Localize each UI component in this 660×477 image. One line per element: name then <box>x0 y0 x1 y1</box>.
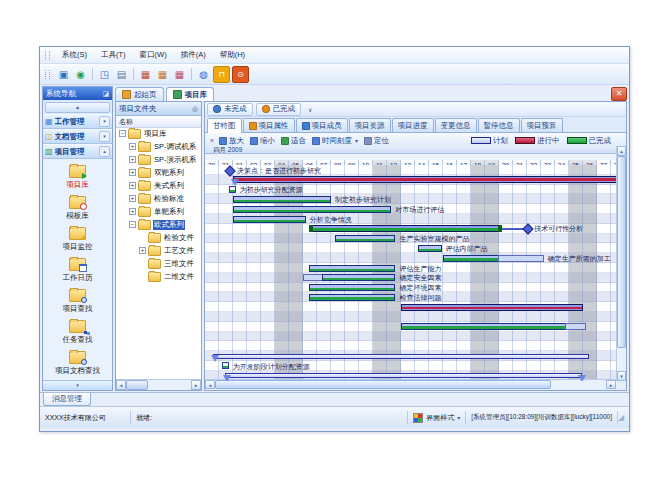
time-scale-button[interactable]: 时间刻度▾ <box>309 136 361 146</box>
expander-plus-icon[interactable]: + <box>129 143 136 150</box>
globe-icon[interactable]: ◉ <box>73 67 88 82</box>
tree-item[interactable]: −欧式系列 <box>116 218 201 231</box>
tree-item[interactable]: 检验文件 <box>116 231 201 244</box>
schedule-orange-icon[interactable]: ▦ <box>155 67 170 82</box>
sidebar-item-project-search[interactable]: 项目查找 <box>43 286 112 317</box>
close-icon[interactable]: ✕ <box>611 87 627 101</box>
tab-change-info[interactable]: 变更信息 <box>435 118 477 132</box>
tree-item[interactable]: −项目库 <box>116 127 201 140</box>
gantt-bar[interactable] <box>401 323 586 330</box>
menu-grip[interactable] <box>45 51 50 60</box>
scroll-up-icon[interactable]: ▴ <box>617 146 626 156</box>
chevron-up-icon[interactable]: ▴ <box>99 146 110 157</box>
menu-item[interactable]: 窗口(W) <box>133 48 174 62</box>
tree-hscroll-thumb[interactable] <box>126 380 148 390</box>
tab-gantt-chart[interactable]: 甘特图 <box>207 118 242 133</box>
tree-item[interactable]: +SP-演示机系 <box>116 153 201 166</box>
expander-plus-icon[interactable]: + <box>129 169 136 176</box>
gantt-bar[interactable] <box>213 354 588 359</box>
remote-desktop-icon[interactable]: ▣ <box>56 67 71 82</box>
tree-item[interactable]: +检验标准 <box>116 192 201 205</box>
sidebar-item-task-search[interactable]: 任务查找 <box>43 317 112 348</box>
gantt-bar[interactable] <box>303 274 395 281</box>
tree-item[interactable]: +单靶系列 <box>116 205 201 218</box>
tab-start-page[interactable]: 起始页 <box>115 87 164 101</box>
tab-project-progress[interactable]: 项目进度 <box>392 118 434 132</box>
expander-minus-icon[interactable]: − <box>119 130 126 137</box>
gantt-bar[interactable] <box>233 216 306 223</box>
sidebar-item-work-calendar[interactable]: 工作日历 <box>43 255 112 286</box>
scroll-right-icon[interactable]: ▸ <box>606 380 616 389</box>
resize-grip-icon[interactable]: ◢ <box>618 411 628 424</box>
tree-item[interactable]: +双靶系列 <box>116 166 201 179</box>
scroll-left-icon[interactable]: ◂ <box>205 380 215 389</box>
lock-icon[interactable]: ⊓ <box>213 66 230 83</box>
gantt-bar[interactable] <box>401 304 583 311</box>
tab-pause-info[interactable]: 暂停信息 <box>478 118 520 132</box>
sidebar-group-work-management[interactable]: ▦工作管理▾ <box>43 114 112 129</box>
logout-icon[interactable]: ⊙ <box>232 66 249 83</box>
help-icon[interactable]: ◍ <box>196 67 211 82</box>
expander-plus-icon[interactable]: + <box>129 182 136 189</box>
gantt-hscrollbar[interactable]: ◂ ▸ <box>205 379 616 389</box>
tree-item[interactable]: +工艺文件 <box>116 244 201 257</box>
gantt-hscroll-thumb[interactable] <box>215 380 551 389</box>
tab-project-members[interactable]: 项目成员 <box>296 118 348 132</box>
sidebar-header-icon[interactable]: ◪ <box>102 90 109 98</box>
gantt-bar[interactable] <box>309 265 396 272</box>
computer-icon[interactable]: ▤ <box>114 67 129 82</box>
gantt-bar[interactable] <box>233 196 331 203</box>
menu-item[interactable]: 帮助(H) <box>213 48 252 62</box>
sidebar-group-project-management[interactable]: ▧项目管理▴ <box>43 144 112 159</box>
zoom-in-button[interactable]: 放大 <box>216 136 247 146</box>
tab-project-resources[interactable]: 项目资源 <box>349 118 391 132</box>
sidebar-collapse-button[interactable]: ▴ <box>45 102 110 113</box>
tree-item[interactable]: 二维文件 <box>116 270 201 283</box>
tab-project-budget[interactable]: 项目预算 <box>521 118 563 132</box>
schedule-red-icon[interactable]: ▦ <box>138 67 153 82</box>
toolbar-grip[interactable] <box>45 70 50 79</box>
overflow-chevron-icon[interactable]: » <box>208 137 216 144</box>
scroll-left-icon[interactable]: ◂ <box>116 380 126 390</box>
chevron-down-icon[interactable]: ▾ <box>99 116 110 127</box>
locate-button[interactable]: 定位 <box>361 136 392 146</box>
sidebar-bottom-group[interactable]: ▾ <box>43 380 112 390</box>
gantt-bar[interactable] <box>335 235 395 242</box>
tree-hscrollbar[interactable]: ◂ ▸ <box>116 379 201 390</box>
tab-message-management[interactable]: 消息管理 <box>43 393 91 406</box>
tab-project-properties[interactable]: 项目属性 <box>243 118 295 132</box>
expander-plus-icon[interactable]: + <box>129 195 136 202</box>
filter-finished-button[interactable]: 已完成 <box>256 103 302 116</box>
schedule-pink-icon[interactable]: ▦ <box>172 67 187 82</box>
pin-icon[interactable]: ◎ <box>192 105 198 113</box>
task-icon[interactable] <box>229 186 236 193</box>
tree-item[interactable]: +美式系列 <box>116 179 201 192</box>
sidebar-item-project-monitor[interactable]: ★项目监控 <box>43 224 112 255</box>
expander-minus-icon[interactable]: − <box>129 221 136 228</box>
tree-item[interactable]: 三维文件 <box>116 257 201 270</box>
gantt-bar[interactable] <box>309 294 396 301</box>
scroll-down-icon[interactable]: ▾ <box>617 371 626 381</box>
expander-plus-icon[interactable]: + <box>139 247 146 254</box>
expander-plus-icon[interactable]: + <box>129 208 136 215</box>
gantt-vscroll-thumb[interactable] <box>617 156 626 348</box>
menu-item[interactable]: 系统(S) <box>55 48 94 62</box>
gantt-bar[interactable] <box>225 373 582 378</box>
zoom-out-button[interactable]: 缩小 <box>247 136 278 146</box>
sidebar-item-project-doc-search[interactable]: 项目文档查找 <box>43 348 112 379</box>
gantt-bar[interactable] <box>233 206 391 213</box>
sidebar-group-document-management[interactable]: ◫文档管理▾ <box>43 129 112 144</box>
filter-more-icon[interactable]: ∨ <box>304 106 316 113</box>
gantt-bar[interactable] <box>309 225 502 232</box>
gantt-bar[interactable] <box>418 245 442 252</box>
expander-plus-icon[interactable]: + <box>129 156 136 163</box>
chevron-down-icon[interactable]: ▾ <box>99 131 110 142</box>
menu-item[interactable]: 工具(T) <box>94 48 133 62</box>
gantt-bar[interactable] <box>233 176 616 183</box>
gantt-bar[interactable] <box>309 284 396 291</box>
tree-item[interactable]: +SP-调试机系 <box>116 140 201 153</box>
fit-button[interactable]: 适合 <box>278 136 309 146</box>
filter-unfinished-button[interactable]: 未完成 <box>207 103 253 116</box>
tab-project-library[interactable]: 项目库 <box>166 87 215 101</box>
sidebar-item-template-library[interactable]: 模板库 <box>43 193 112 224</box>
